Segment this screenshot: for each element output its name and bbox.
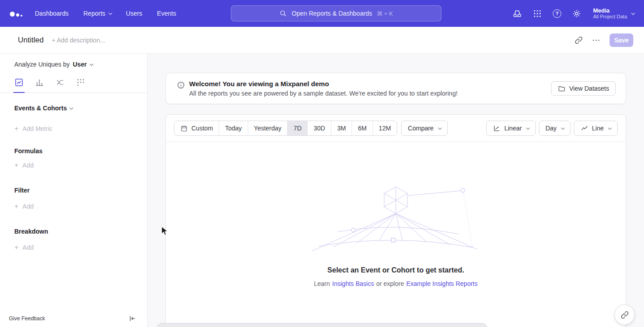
navbar-right: ? Media All Project Data: [513, 7, 634, 20]
apps-grid-icon[interactable]: [533, 9, 542, 18]
give-feedback-link[interactable]: Give Feedback: [9, 315, 45, 322]
range-6m[interactable]: 6M: [352, 121, 372, 135]
section-label: Filter: [14, 187, 30, 194]
help-glyph: ?: [555, 11, 559, 16]
chevron-down-icon: [526, 126, 530, 130]
project-name: Media: [593, 7, 627, 14]
calendar-icon: [180, 125, 188, 132]
query-builder-sidebar: Analyze Uniques by User: [0, 54, 148, 327]
more-options-icon[interactable]: ⋯: [592, 38, 601, 42]
nav-label: Reports: [84, 10, 106, 17]
app-window: Dashboards Reports Users Events Open Rep…: [0, 0, 644, 327]
filter-section: Filter: [0, 187, 147, 194]
insights-report-card: Custom Today Yesterday 7D 30D 3M 6M 12M …: [165, 114, 626, 327]
collapse-sidebar-icon[interactable]: [128, 314, 136, 323]
nav-item-dashboards[interactable]: Dashboards: [35, 10, 69, 17]
chart-type-dropdown[interactable]: Line: [574, 121, 618, 136]
help-icon[interactable]: ?: [553, 9, 561, 18]
search-shortcut: ⌘ + K: [377, 10, 393, 17]
tab-flows[interactable]: [55, 78, 65, 92]
scale-dropdown[interactable]: Linear: [486, 121, 536, 136]
breakdown-section: Breakdown: [0, 228, 147, 235]
inbox-icon[interactable]: [513, 9, 522, 18]
range-yesterday[interactable]: Yesterday: [248, 121, 288, 135]
range-12m[interactable]: 12M: [373, 121, 397, 135]
subtitle-text: Learn: [314, 280, 330, 287]
copy-link-icon[interactable]: [574, 36, 583, 45]
chevron-down-icon: [89, 62, 93, 66]
formulas-section: Formulas: [0, 147, 147, 155]
range-3m[interactable]: 3M: [331, 121, 352, 135]
linear-axis-icon: [493, 124, 501, 132]
subtitle-text: or explore: [376, 280, 404, 287]
tab-insights[interactable]: [14, 78, 24, 92]
nav-item-reports[interactable]: Reports: [84, 10, 111, 17]
report-title[interactable]: Untitled: [18, 36, 44, 45]
add-label: Add: [22, 162, 34, 169]
chevron-down-icon: [108, 11, 112, 15]
nav-label: Users: [126, 10, 143, 17]
range-label: Custom: [191, 125, 213, 132]
sidebar-footer: Give Feedback: [0, 314, 147, 327]
info-icon: [177, 81, 185, 89]
bar-chart-icon: [35, 78, 44, 87]
report-description-placeholder[interactable]: + Add description...: [52, 37, 105, 44]
nav-item-events[interactable]: Events: [157, 10, 176, 17]
primary-nav: Dashboards Reports Users Events: [35, 10, 176, 17]
section-label: Breakdown: [14, 228, 48, 235]
example-insights-reports-link[interactable]: Example Insights Reports: [406, 280, 478, 287]
tab-bar-chart[interactable]: [35, 78, 44, 92]
project-switcher[interactable]: Media All Project Data: [593, 7, 634, 20]
chevron-down-icon: [70, 106, 73, 109]
date-range-picker: Custom Today Yesterday 7D 30D 3M 6M 12M: [174, 121, 397, 136]
main-content: Welcome! You are viewing a Mixpanel demo…: [148, 54, 644, 327]
empty-state-title: Select an Event or Cohort to get started…: [327, 266, 464, 274]
range-label: 6M: [358, 125, 366, 132]
plus-icon: +: [14, 126, 18, 132]
range-30d[interactable]: 30D: [307, 121, 331, 135]
horizontal-scrollbar[interactable]: [157, 323, 487, 327]
nav-item-users[interactable]: Users: [126, 10, 143, 17]
chart-type-label: Line: [592, 125, 604, 132]
range-label: Today: [225, 125, 242, 132]
range-7d[interactable]: 7D: [287, 121, 307, 135]
insights-basics-link[interactable]: Insights Basics: [332, 280, 374, 287]
range-label: 7D: [293, 125, 301, 132]
save-button[interactable]: Save: [610, 34, 633, 47]
add-filter-button[interactable]: + Add: [0, 203, 147, 210]
flows-icon: [55, 78, 65, 87]
add-breakdown-button[interactable]: + Add: [0, 244, 147, 251]
project-info: Media All Project Data: [593, 7, 627, 20]
plus-icon: +: [14, 244, 18, 251]
range-today[interactable]: Today: [219, 121, 247, 135]
view-datasets-button[interactable]: View Datasets: [551, 81, 616, 96]
chevron-down-icon: [438, 126, 441, 130]
events-cohorts-section[interactable]: Events & Cohorts: [0, 105, 147, 112]
analyze-by-dropdown[interactable]: User: [73, 61, 93, 68]
empty-state: Select an Event or Cohort to get started…: [166, 142, 626, 327]
insights-chart-icon: [14, 78, 24, 87]
range-label: 3M: [337, 125, 346, 132]
mixpanel-logo-icon[interactable]: [10, 10, 22, 17]
line-chart-icon: [580, 124, 589, 132]
add-metric-button[interactable]: + Add Metric: [0, 125, 147, 132]
settings-gear-icon[interactable]: [572, 9, 581, 18]
add-formula-button[interactable]: + Add: [0, 162, 147, 169]
chevron-down-icon: [608, 126, 611, 130]
empty-state-subtitle: Learn Insights Basics or explore Example…: [314, 280, 478, 287]
welcome-body: All the reports you see are powered by a…: [189, 90, 458, 97]
welcome-banner: Welcome! You are viewing a Mixpanel demo…: [165, 73, 626, 104]
compare-label: Compare: [408, 125, 434, 132]
global-search-input[interactable]: Open Reports & Dashboards ⌘ + K: [231, 5, 441, 21]
top-navbar: Dashboards Reports Users Events Open Rep…: [0, 0, 644, 27]
nav-label: Events: [157, 10, 176, 17]
search-icon: [279, 9, 287, 17]
range-custom[interactable]: Custom: [174, 121, 219, 135]
compare-button[interactable]: Compare: [401, 121, 448, 136]
search-placeholder: Open Reports & Dashboards: [292, 10, 372, 17]
tab-retention[interactable]: [76, 78, 85, 92]
welcome-title: Welcome! You are viewing a Mixpanel demo: [189, 80, 458, 88]
share-link-fab[interactable]: [614, 305, 635, 325]
plus-icon: +: [14, 162, 18, 168]
granularity-dropdown[interactable]: Day: [539, 121, 571, 136]
